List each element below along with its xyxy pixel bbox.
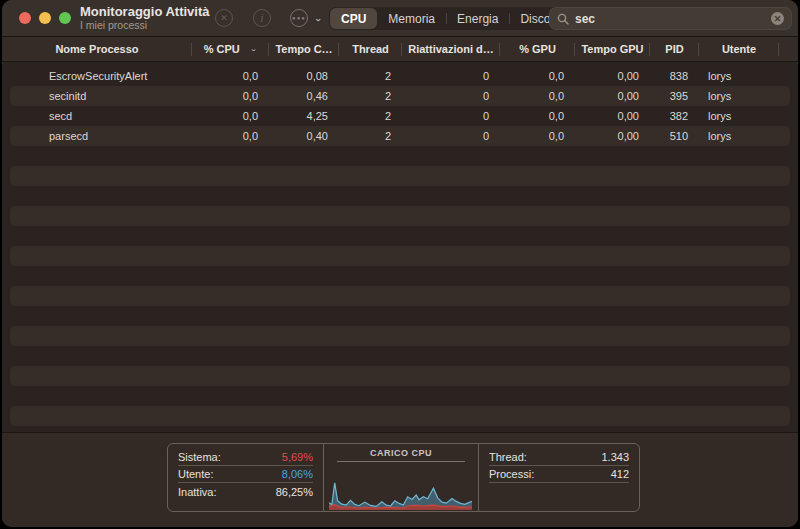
cell-name: secinitd (10, 90, 192, 102)
cell-thread: 2 (339, 70, 402, 82)
column-label: PID (665, 43, 683, 55)
cell-thread: 2 (339, 90, 402, 102)
sort-indicator-icon: ⌄ (250, 45, 258, 53)
cell-tempo_gpu: 0,00 (575, 130, 650, 142)
minimize-window-button[interactable] (39, 12, 51, 24)
titlebar: Monitoraggio Attività I miei processi ✕ … (2, 0, 798, 37)
titleblock: Monitoraggio Attività I miei processi (80, 4, 210, 32)
stat-label: Sistema: (178, 451, 221, 463)
column-label: % CPU (204, 43, 240, 55)
tab-energia[interactable]: Energia (446, 8, 509, 29)
empty-table-row (10, 146, 790, 166)
column-header-name[interactable]: Nome Processo (2, 37, 192, 61)
window-subtitle: I miei processi (80, 19, 210, 32)
cpu-load-box: CARICO CPU (324, 444, 479, 511)
footer-panel: Sistema:5,69%Utente:8,06%Inattiva:86,25%… (2, 432, 798, 527)
column-header-cpu[interactable]: % CPU⌄ (192, 37, 269, 61)
column-label: Utente (722, 43, 756, 55)
cell-pid: 838 (650, 70, 699, 82)
cell-thread: 2 (339, 130, 402, 142)
stat-label: Thread: (489, 451, 527, 463)
column-header-riatt[interactable]: Riattivazioni d… (402, 37, 500, 61)
table-row[interactable]: secd0,04,25200,00,00382lorys (10, 106, 790, 126)
more-options-button[interactable]: ●●● (290, 9, 308, 27)
cell-utente: lorys (699, 130, 779, 142)
column-label: Nome Processo (55, 43, 138, 55)
cell-name: parsecd (10, 130, 192, 142)
quit-process-button[interactable]: ✕ (215, 9, 233, 27)
window-controls (19, 12, 71, 24)
process-table: EscrowSecurityAlert0,00,08200,00,00838lo… (2, 64, 798, 432)
empty-table-row (10, 406, 790, 426)
search-input[interactable] (569, 12, 771, 26)
cell-cpu: 0,0 (192, 90, 269, 102)
cell-cpu: 0,0 (192, 70, 269, 82)
cell-gpu: 0,0 (500, 130, 575, 142)
stat-value: 1.343 (601, 451, 629, 463)
table-row[interactable]: parsecd0,00,40200,00,00510lorys (10, 126, 790, 146)
stat-value: 412 (611, 468, 629, 480)
chart-rule (337, 461, 465, 462)
cell-utente: lorys (699, 90, 779, 102)
chevron-down-icon[interactable]: ⌄ (314, 14, 322, 23)
column-label: Riattivazioni d… (408, 43, 494, 55)
cell-riatt: 0 (402, 130, 500, 142)
cell-tempo_gpu: 0,00 (575, 70, 650, 82)
cell-tempo_cpu: 0,40 (269, 130, 339, 142)
cell-riatt: 0 (402, 90, 500, 102)
cell-tempo_gpu: 0,00 (575, 90, 650, 102)
column-label: Thread (352, 43, 389, 55)
search-field[interactable]: ✕ (549, 7, 792, 30)
stats-container: Sistema:5,69%Utente:8,06%Inattiva:86,25%… (167, 443, 640, 512)
column-header-tempo_gpu[interactable]: Tempo GPU (575, 37, 650, 61)
column-header-gpu[interactable]: % GPU (500, 37, 575, 61)
stat-label: Utente: (178, 468, 213, 480)
cell-gpu: 0,0 (500, 90, 575, 102)
column-label: Tempo GPU (581, 43, 643, 55)
clear-search-icon[interactable]: ✕ (771, 12, 784, 25)
column-header-pid[interactable]: PID (650, 37, 699, 61)
cell-thread: 2 (339, 110, 402, 122)
empty-table-row (10, 246, 790, 266)
count-row: Processi:412 (489, 466, 629, 483)
empty-table-row (10, 186, 790, 206)
column-label: Tempo C… (275, 43, 332, 55)
zoom-window-button[interactable] (59, 12, 71, 24)
column-header-tempo_cpu[interactable]: Tempo C… (269, 37, 339, 61)
cell-tempo_gpu: 0,00 (575, 110, 650, 122)
cell-tempo_cpu: 4,25 (269, 110, 339, 122)
empty-table-row (10, 286, 790, 306)
stat-value: 86,25% (276, 486, 313, 498)
cell-cpu: 0,0 (192, 130, 269, 142)
cell-gpu: 0,0 (500, 70, 575, 82)
table-row[interactable]: EscrowSecurityAlert0,00,08200,00,00838lo… (10, 66, 790, 86)
tab-memoria[interactable]: Memoria (377, 8, 446, 29)
empty-table-row (10, 226, 790, 246)
stat-label: Processi: (489, 468, 534, 480)
cpu-stat-row: Inattiva:86,25% (178, 483, 313, 500)
cell-riatt: 0 (402, 70, 500, 82)
count-row: Thread:1.343 (489, 449, 629, 466)
close-window-button[interactable] (19, 12, 31, 24)
cell-tempo_cpu: 0,46 (269, 90, 339, 102)
cell-pid: 510 (650, 130, 699, 142)
magnifier-icon (557, 13, 569, 25)
cell-name: EscrowSecurityAlert (10, 70, 192, 82)
cpu-percent-box: Sistema:5,69%Utente:8,06%Inattiva:86,25% (168, 444, 324, 511)
empty-table-row (10, 366, 790, 386)
cell-utente: lorys (699, 70, 779, 82)
column-header-thread[interactable]: Thread (339, 37, 402, 61)
cell-pid: 382 (650, 110, 699, 122)
cpu-load-chart (329, 477, 472, 510)
cell-cpu: 0,0 (192, 110, 269, 122)
inspect-process-button[interactable]: i (253, 9, 271, 27)
column-label: % GPU (519, 43, 556, 55)
x-circle-icon: ✕ (220, 13, 228, 23)
table-row[interactable]: secinitd0,00,46200,00,00395lorys (10, 86, 790, 106)
tab-cpu[interactable]: CPU (330, 8, 377, 29)
table-header: Nome Processo% CPU⌄Tempo C…ThreadRiattiv… (2, 37, 798, 62)
activity-monitor-window: Monitoraggio Attività I miei processi ✕ … (2, 0, 798, 527)
column-header-utente[interactable]: Utente (699, 37, 779, 61)
screen: Monitoraggio Attività I miei processi ✕ … (0, 0, 800, 529)
cell-tempo_cpu: 0,08 (269, 70, 339, 82)
